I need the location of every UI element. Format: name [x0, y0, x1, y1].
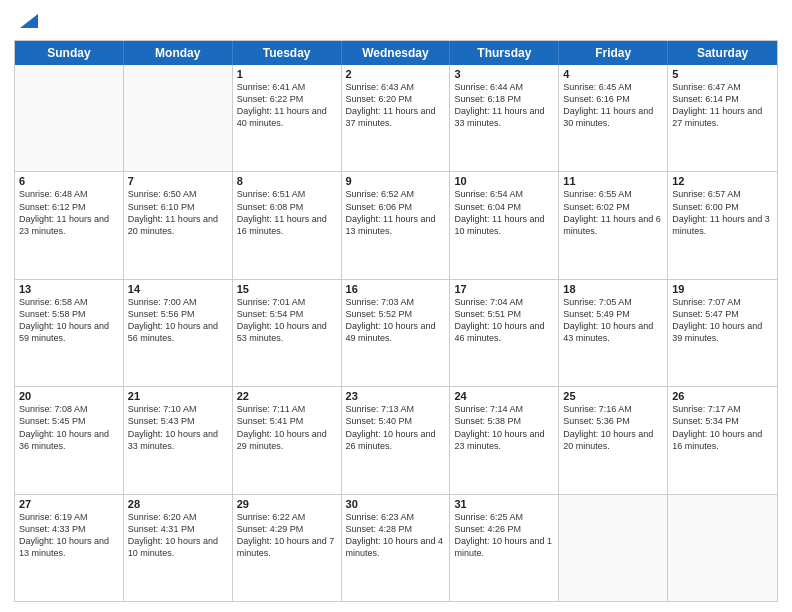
day-info: Sunrise: 7:08 AM Sunset: 5:45 PM Dayligh… — [19, 403, 119, 452]
day-number: 1 — [237, 68, 337, 80]
cal-cell: 17Sunrise: 7:04 AM Sunset: 5:51 PM Dayli… — [450, 280, 559, 386]
week-row-1: 6Sunrise: 6:48 AM Sunset: 6:12 PM Daylig… — [15, 171, 777, 278]
header-day-sunday: Sunday — [15, 41, 124, 65]
week-row-3: 20Sunrise: 7:08 AM Sunset: 5:45 PM Dayli… — [15, 386, 777, 493]
day-number: 16 — [346, 283, 446, 295]
cal-cell: 7Sunrise: 6:50 AM Sunset: 6:10 PM Daylig… — [124, 172, 233, 278]
day-number: 15 — [237, 283, 337, 295]
cal-cell: 13Sunrise: 6:58 AM Sunset: 5:58 PM Dayli… — [15, 280, 124, 386]
day-info: Sunrise: 7:04 AM Sunset: 5:51 PM Dayligh… — [454, 296, 554, 345]
header-day-thursday: Thursday — [450, 41, 559, 65]
cal-cell: 21Sunrise: 7:10 AM Sunset: 5:43 PM Dayli… — [124, 387, 233, 493]
day-number: 12 — [672, 175, 773, 187]
day-number: 21 — [128, 390, 228, 402]
header-day-tuesday: Tuesday — [233, 41, 342, 65]
cal-cell — [124, 65, 233, 171]
cal-cell: 24Sunrise: 7:14 AM Sunset: 5:38 PM Dayli… — [450, 387, 559, 493]
day-number: 17 — [454, 283, 554, 295]
day-info: Sunrise: 7:01 AM Sunset: 5:54 PM Dayligh… — [237, 296, 337, 345]
day-info: Sunrise: 6:58 AM Sunset: 5:58 PM Dayligh… — [19, 296, 119, 345]
cal-cell: 26Sunrise: 7:17 AM Sunset: 5:34 PM Dayli… — [668, 387, 777, 493]
day-info: Sunrise: 6:25 AM Sunset: 4:26 PM Dayligh… — [454, 511, 554, 560]
day-number: 18 — [563, 283, 663, 295]
cal-cell — [668, 495, 777, 601]
cal-cell: 19Sunrise: 7:07 AM Sunset: 5:47 PM Dayli… — [668, 280, 777, 386]
day-info: Sunrise: 6:54 AM Sunset: 6:04 PM Dayligh… — [454, 188, 554, 237]
day-info: Sunrise: 7:17 AM Sunset: 5:34 PM Dayligh… — [672, 403, 773, 452]
day-number: 8 — [237, 175, 337, 187]
day-info: Sunrise: 6:44 AM Sunset: 6:18 PM Dayligh… — [454, 81, 554, 130]
cal-cell: 30Sunrise: 6:23 AM Sunset: 4:28 PM Dayli… — [342, 495, 451, 601]
cal-cell: 10Sunrise: 6:54 AM Sunset: 6:04 PM Dayli… — [450, 172, 559, 278]
logo — [14, 10, 38, 32]
cal-cell: 31Sunrise: 6:25 AM Sunset: 4:26 PM Dayli… — [450, 495, 559, 601]
day-number: 5 — [672, 68, 773, 80]
day-info: Sunrise: 7:11 AM Sunset: 5:41 PM Dayligh… — [237, 403, 337, 452]
cal-cell: 28Sunrise: 6:20 AM Sunset: 4:31 PM Dayli… — [124, 495, 233, 601]
cal-cell: 5Sunrise: 6:47 AM Sunset: 6:14 PM Daylig… — [668, 65, 777, 171]
header-day-wednesday: Wednesday — [342, 41, 451, 65]
day-info: Sunrise: 6:48 AM Sunset: 6:12 PM Dayligh… — [19, 188, 119, 237]
day-info: Sunrise: 7:14 AM Sunset: 5:38 PM Dayligh… — [454, 403, 554, 452]
page: SundayMondayTuesdayWednesdayThursdayFrid… — [0, 0, 792, 612]
day-number: 14 — [128, 283, 228, 295]
cal-cell: 14Sunrise: 7:00 AM Sunset: 5:56 PM Dayli… — [124, 280, 233, 386]
cal-cell: 1Sunrise: 6:41 AM Sunset: 6:22 PM Daylig… — [233, 65, 342, 171]
day-info: Sunrise: 7:13 AM Sunset: 5:40 PM Dayligh… — [346, 403, 446, 452]
day-number: 3 — [454, 68, 554, 80]
logo-icon — [16, 10, 38, 32]
calendar: SundayMondayTuesdayWednesdayThursdayFrid… — [14, 40, 778, 602]
day-number: 27 — [19, 498, 119, 510]
header-day-monday: Monday — [124, 41, 233, 65]
day-info: Sunrise: 6:50 AM Sunset: 6:10 PM Dayligh… — [128, 188, 228, 237]
cal-cell — [15, 65, 124, 171]
day-number: 20 — [19, 390, 119, 402]
calendar-header: SundayMondayTuesdayWednesdayThursdayFrid… — [15, 41, 777, 65]
header — [14, 10, 778, 32]
day-number: 23 — [346, 390, 446, 402]
day-number: 28 — [128, 498, 228, 510]
cal-cell: 12Sunrise: 6:57 AM Sunset: 6:00 PM Dayli… — [668, 172, 777, 278]
day-info: Sunrise: 7:16 AM Sunset: 5:36 PM Dayligh… — [563, 403, 663, 452]
cal-cell: 3Sunrise: 6:44 AM Sunset: 6:18 PM Daylig… — [450, 65, 559, 171]
header-day-saturday: Saturday — [668, 41, 777, 65]
day-info: Sunrise: 6:55 AM Sunset: 6:02 PM Dayligh… — [563, 188, 663, 237]
cal-cell: 22Sunrise: 7:11 AM Sunset: 5:41 PM Dayli… — [233, 387, 342, 493]
day-info: Sunrise: 6:22 AM Sunset: 4:29 PM Dayligh… — [237, 511, 337, 560]
day-number: 11 — [563, 175, 663, 187]
day-number: 30 — [346, 498, 446, 510]
svg-marker-0 — [20, 14, 38, 28]
cal-cell: 25Sunrise: 7:16 AM Sunset: 5:36 PM Dayli… — [559, 387, 668, 493]
day-info: Sunrise: 7:07 AM Sunset: 5:47 PM Dayligh… — [672, 296, 773, 345]
day-info: Sunrise: 6:52 AM Sunset: 6:06 PM Dayligh… — [346, 188, 446, 237]
cal-cell: 11Sunrise: 6:55 AM Sunset: 6:02 PM Dayli… — [559, 172, 668, 278]
cal-cell: 9Sunrise: 6:52 AM Sunset: 6:06 PM Daylig… — [342, 172, 451, 278]
calendar-body: 1Sunrise: 6:41 AM Sunset: 6:22 PM Daylig… — [15, 65, 777, 601]
day-info: Sunrise: 6:51 AM Sunset: 6:08 PM Dayligh… — [237, 188, 337, 237]
day-number: 4 — [563, 68, 663, 80]
day-number: 31 — [454, 498, 554, 510]
day-number: 25 — [563, 390, 663, 402]
cal-cell: 4Sunrise: 6:45 AM Sunset: 6:16 PM Daylig… — [559, 65, 668, 171]
day-info: Sunrise: 7:10 AM Sunset: 5:43 PM Dayligh… — [128, 403, 228, 452]
day-info: Sunrise: 6:41 AM Sunset: 6:22 PM Dayligh… — [237, 81, 337, 130]
day-info: Sunrise: 6:43 AM Sunset: 6:20 PM Dayligh… — [346, 81, 446, 130]
cal-cell: 15Sunrise: 7:01 AM Sunset: 5:54 PM Dayli… — [233, 280, 342, 386]
day-info: Sunrise: 7:05 AM Sunset: 5:49 PM Dayligh… — [563, 296, 663, 345]
cal-cell — [559, 495, 668, 601]
day-info: Sunrise: 7:00 AM Sunset: 5:56 PM Dayligh… — [128, 296, 228, 345]
day-number: 6 — [19, 175, 119, 187]
day-number: 26 — [672, 390, 773, 402]
cal-cell: 20Sunrise: 7:08 AM Sunset: 5:45 PM Dayli… — [15, 387, 124, 493]
day-info: Sunrise: 6:47 AM Sunset: 6:14 PM Dayligh… — [672, 81, 773, 130]
cal-cell: 23Sunrise: 7:13 AM Sunset: 5:40 PM Dayli… — [342, 387, 451, 493]
week-row-2: 13Sunrise: 6:58 AM Sunset: 5:58 PM Dayli… — [15, 279, 777, 386]
day-info: Sunrise: 6:23 AM Sunset: 4:28 PM Dayligh… — [346, 511, 446, 560]
day-number: 22 — [237, 390, 337, 402]
cal-cell: 27Sunrise: 6:19 AM Sunset: 4:33 PM Dayli… — [15, 495, 124, 601]
cal-cell: 29Sunrise: 6:22 AM Sunset: 4:29 PM Dayli… — [233, 495, 342, 601]
day-info: Sunrise: 7:03 AM Sunset: 5:52 PM Dayligh… — [346, 296, 446, 345]
cal-cell: 6Sunrise: 6:48 AM Sunset: 6:12 PM Daylig… — [15, 172, 124, 278]
day-info: Sunrise: 6:19 AM Sunset: 4:33 PM Dayligh… — [19, 511, 119, 560]
cal-cell: 2Sunrise: 6:43 AM Sunset: 6:20 PM Daylig… — [342, 65, 451, 171]
